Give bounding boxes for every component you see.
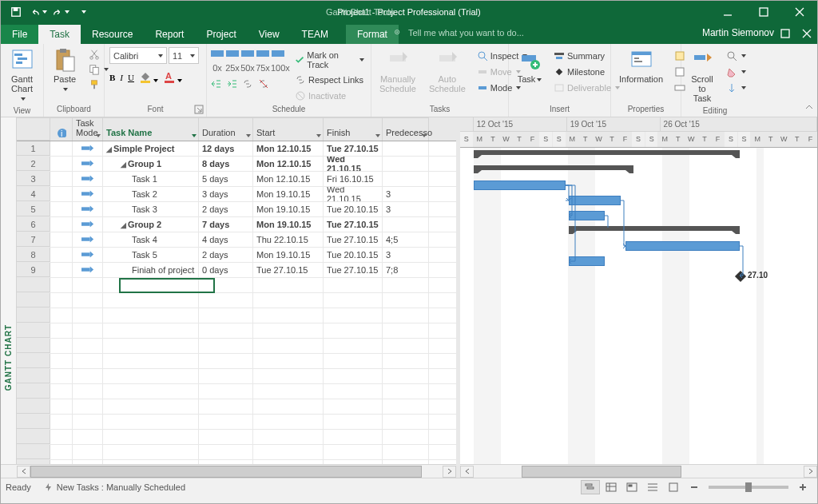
grid-body[interactable]: 1 ◢Simple Project 12 days Mon 12.10.15 T…	[17, 141, 456, 464]
tab-resource[interactable]: Resource	[81, 25, 144, 44]
svg-rect-52	[81, 162, 90, 165]
close-button[interactable]	[781, 1, 817, 23]
titlebar: Project1 - Project Professional (Trial) …	[1, 1, 817, 23]
undo-icon[interactable]	[28, 2, 49, 22]
svg-rect-61	[587, 487, 594, 489]
clear-icon[interactable]	[723, 65, 749, 79]
view-teamplanner-icon[interactable]	[622, 480, 641, 494]
fill-color-button[interactable]	[139, 70, 158, 85]
col-duration[interactable]: Duration	[199, 117, 253, 141]
svg-point-4	[396, 31, 398, 33]
svg-rect-23	[211, 50, 224, 57]
find-icon[interactable]	[723, 49, 749, 63]
minimize-button[interactable]	[709, 1, 745, 23]
outdent-icon[interactable]	[210, 78, 221, 91]
tab-view[interactable]: View	[248, 25, 291, 44]
ribbon-tabs: File Task Resource Report Project View T…	[1, 23, 817, 44]
fill-icon[interactable]	[723, 81, 749, 95]
svg-rect-47	[694, 55, 705, 60]
quick-access-toolbar	[1, 2, 93, 22]
user-name[interactable]: Martin Siemonov	[702, 27, 774, 38]
tab-report[interactable]: Report	[144, 25, 195, 44]
view-gantt-icon[interactable]	[581, 480, 600, 494]
tab-format[interactable]: Format	[346, 25, 399, 44]
redo-icon[interactable]	[50, 2, 71, 22]
view-taskusage-icon[interactable]	[602, 480, 621, 494]
svg-rect-25	[241, 50, 254, 57]
view-resourcesheet-icon[interactable]	[643, 480, 662, 494]
svg-rect-32	[478, 70, 486, 73]
group-label-font: Font	[108, 103, 203, 115]
font-dialog-launcher[interactable]	[194, 105, 204, 114]
svg-rect-8	[18, 58, 27, 60]
gantt-body[interactable]: 27.10	[460, 148, 817, 464]
bold-button[interactable]: B	[109, 73, 115, 82]
tab-team[interactable]: TEAM	[291, 25, 340, 44]
svg-rect-39	[555, 85, 563, 91]
group-label-properties: Properties	[614, 103, 677, 115]
scroll-to-task-button[interactable]: Scroll to Task	[685, 46, 720, 105]
inactivate-button: Inactivate	[292, 89, 367, 103]
svg-rect-51	[81, 147, 90, 150]
tab-file[interactable]: File	[1, 25, 38, 44]
italic-button[interactable]: I	[120, 73, 123, 82]
unlink-tasks-icon[interactable]	[258, 78, 269, 91]
respect-links-button[interactable]: Respect Links	[292, 73, 367, 87]
font-name-combo[interactable]: Calibri	[109, 47, 167, 64]
svg-point-48	[728, 52, 734, 58]
underline-button[interactable]: U	[128, 73, 134, 82]
auto-schedule-button: Auto Schedule	[424, 46, 471, 95]
gantt-hscrollbar[interactable]	[460, 464, 817, 478]
col-task-name[interactable]: Task Name	[103, 117, 199, 141]
svg-rect-55	[81, 208, 90, 211]
manually-schedule-button: Manually Schedule	[375, 46, 421, 95]
svg-rect-17	[92, 81, 97, 85]
font-size-combo[interactable]: 11	[169, 47, 199, 64]
mark-on-track-button[interactable]: Mark on Track	[292, 49, 367, 71]
tab-project[interactable]: Project	[195, 25, 247, 44]
link-tasks-icon[interactable]	[242, 78, 253, 91]
insert-task-button[interactable]: Task	[512, 46, 547, 85]
content-area: GANTT CHART i Task Mode Task Name Durati…	[1, 117, 817, 478]
zoom-in-button[interactable]	[793, 480, 812, 494]
maximize-button[interactable]	[745, 1, 781, 23]
svg-rect-59	[81, 268, 90, 272]
tab-task[interactable]: Task	[38, 25, 81, 44]
status-newtasks[interactable]: New Tasks : Manually Scheduled	[44, 482, 185, 492]
svg-rect-1	[14, 8, 17, 11]
svg-rect-65	[669, 483, 677, 491]
qat-more-icon[interactable]	[73, 2, 93, 22]
ribbon-display-button[interactable]	[774, 23, 796, 44]
milestone-button[interactable]: Milestone	[550, 65, 623, 79]
save-icon[interactable]	[6, 2, 26, 22]
col-indicator[interactable]: i	[50, 117, 73, 141]
ribbon: Gantt Chart View Paste Clipboard Calibri…	[1, 44, 817, 117]
zoom-slider[interactable]	[709, 486, 788, 489]
view-sidebar-tab[interactable]: GANTT CHART	[1, 117, 17, 478]
tell-me-search[interactable]: Tell me what you want to do...	[392, 27, 524, 38]
summary-button[interactable]: Summary	[550, 49, 623, 63]
svg-rect-53	[81, 177, 90, 181]
svg-text:i: i	[61, 129, 62, 137]
collapse-ribbon-icon[interactable]	[804, 102, 814, 113]
svg-rect-37	[556, 57, 562, 59]
progress-buttons[interactable]	[210, 48, 285, 61]
deliverable-button: Deliverable	[550, 81, 623, 95]
group-label-clipboard: Clipboard	[47, 103, 101, 115]
col-task-mode[interactable]: Task Mode	[73, 117, 103, 141]
paste-button[interactable]: Paste	[47, 46, 82, 95]
view-report-icon[interactable]	[664, 480, 683, 494]
zoom-out-button[interactable]	[685, 480, 704, 494]
grid-header: i Task Mode Task Name Duration Start Fin…	[17, 117, 456, 141]
col-predecessors[interactable]: Predecesso	[383, 117, 429, 141]
doc-close-button[interactable]	[796, 23, 817, 44]
gantt-chart-button[interactable]: Gantt Chart	[4, 46, 40, 105]
font-color-button[interactable]: A	[163, 70, 182, 85]
col-start[interactable]: Start	[253, 117, 324, 141]
indent-icon[interactable]	[226, 78, 237, 91]
svg-rect-38	[556, 69, 562, 75]
grid-hscrollbar[interactable]	[1, 464, 456, 478]
col-finish[interactable]: Finish	[324, 117, 383, 141]
window-title: Project1 - Project Professional (Trial)	[1, 7, 817, 17]
timescale[interactable]: 12 Oct '1519 Oct '1526 Oct '15 SMTWTFSSM…	[460, 117, 817, 148]
